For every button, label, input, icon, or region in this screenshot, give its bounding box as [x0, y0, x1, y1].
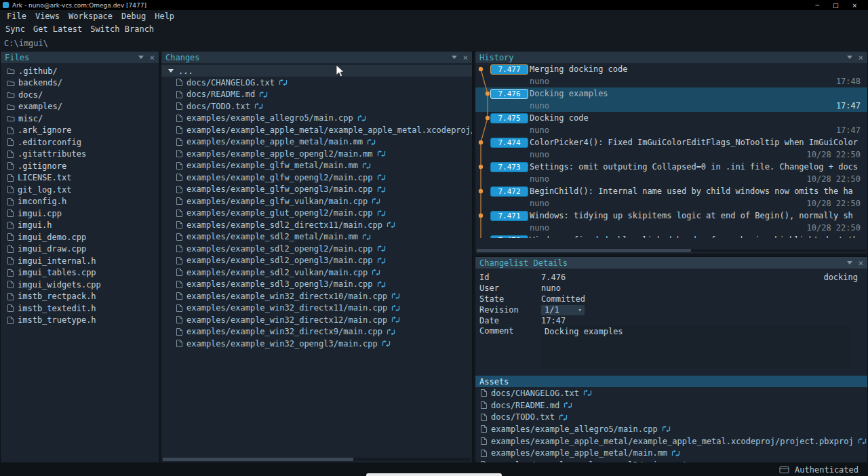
filter-icon[interactable] [452, 56, 457, 59]
changed-file-row[interactable]: docs/TODO.txt [161, 100, 472, 113]
file-name: .gitignore [18, 161, 66, 171]
history-commit-row[interactable]: 7.477 Merging docking code nuno 17:48 [475, 63, 867, 87]
changed-file-row[interactable]: examples/example_win32_directx9/main.cpp [161, 326, 472, 338]
changed-file-row[interactable]: examples/example_sdl3_opengl3/main.cpp [161, 279, 472, 291]
changed-file-row[interactable]: examples/example_apple_metal/main.mm [161, 136, 472, 148]
history-panel-header[interactable]: History × [475, 52, 867, 63]
changed-file-row[interactable]: examples/example_apple_metal/example_app… [161, 124, 472, 136]
history-commit-row[interactable]: 7.470 Windows: fixed double-clicked bord… [475, 234, 867, 238]
asset-file-row[interactable]: examples/example_apple_opengl2/main.mm [475, 459, 867, 462]
menu-item[interactable]: Help [155, 12, 174, 21]
changed-file-row[interactable]: examples/example_allegro5/main.cpp [161, 113, 472, 125]
file-tree-item[interactable]: backends/ [1, 77, 159, 90]
filter-icon[interactable] [847, 56, 852, 59]
files-panel-header[interactable]: Files × [1, 52, 159, 63]
changed-file-row[interactable]: examples/example_sdl2_vulkan/main.cpp [161, 266, 472, 279]
file-tree-item[interactable]: git_log.txt [1, 184, 159, 196]
revision-badge: 7.473 [490, 162, 528, 172]
file-tree-item[interactable]: imgui.h [1, 220, 159, 232]
close-icon[interactable]: × [859, 54, 863, 62]
changed-file-row[interactable]: examples/example_glfw_vulkan/main.cpp [161, 195, 472, 207]
close-icon[interactable]: × [859, 259, 863, 267]
close-button[interactable]: × [852, 2, 857, 9]
changed-file-row[interactable]: examples/example_sdl2_directx11/main.cpp [161, 219, 472, 231]
file-tree-item[interactable]: imgui.cpp [1, 207, 159, 220]
changed-file-row[interactable]: examples/example_win32_directx12/main.cp… [161, 314, 472, 326]
file-tree: .github/ backends/ docs/ [1, 63, 159, 462]
field-label: User [479, 283, 541, 293]
changed-file-row[interactable]: examples/example_sdl2_metal/main.mm [161, 231, 472, 243]
asset-file-row[interactable]: docs/TODO.txt [475, 411, 867, 423]
filter-icon[interactable] [138, 56, 144, 59]
changed-file-row[interactable]: examples/example_win32_directx11/main.cp… [161, 302, 472, 315]
file-tree-item[interactable]: imconfig.h [1, 196, 159, 208]
file-tree-item[interactable]: .gitattributes [1, 148, 159, 161]
menu-item[interactable]: File [7, 12, 26, 21]
changed-file-row[interactable]: examples/example_glfw_metal/main.mm [161, 160, 472, 172]
history-commit-row[interactable]: 7.472 BeginChild(): Internal name used b… [475, 185, 867, 210]
toolbar-button[interactable]: Switch Branch [90, 24, 154, 34]
menu-item[interactable]: Workspace [68, 12, 113, 21]
file-tree-item[interactable]: docs/ [1, 89, 159, 101]
file-tree-item[interactable]: imstb_rectpack.h [1, 291, 159, 303]
asset-file-row[interactable]: examples/example_allegro5/main.cpp [475, 423, 867, 435]
file-tree-item[interactable]: .gitignore [1, 160, 159, 172]
file-tree-item[interactable]: .ark_ignore [1, 125, 159, 137]
file-tree-item[interactable]: imstb_truetype.h [1, 315, 159, 327]
menu-item[interactable]: Debug [121, 12, 146, 21]
commit-time: 17:47 [836, 125, 867, 135]
file-tree-item[interactable]: misc/ [1, 113, 159, 125]
asset-file-row[interactable]: examples/example_apple_metal/example_app… [475, 435, 867, 448]
file-tree-item[interactable]: .editorconfig [1, 136, 159, 148]
menu-item[interactable]: Views [35, 12, 60, 21]
file-icon [176, 138, 183, 146]
history-panel: History × 7.477 Merging docking code nun… [475, 51, 868, 254]
detail-field-row: Date 17:47 [475, 315, 867, 326]
changed-file-row[interactable]: docs/README.md [161, 89, 472, 101]
file-name: .ark_ignore [18, 125, 71, 135]
history-commit-row[interactable]: 7.473 Settings: omit outputing Collapsed… [475, 161, 867, 185]
changed-file-row[interactable]: examples/example_win32_directx10/main.cp… [161, 290, 472, 302]
file-tree-item[interactable]: imgui_demo.cpp [1, 231, 159, 243]
changed-file-row[interactable]: docs/CHANGELOG.txt [161, 77, 472, 89]
assets-section-header[interactable]: Assets [475, 376, 867, 387]
details-panel-header[interactable]: Changelist Details × [475, 257, 867, 269]
filter-icon[interactable] [847, 261, 852, 264]
file-tree-item[interactable]: imgui_tables.cpp [1, 267, 159, 279]
changed-file-row[interactable]: examples/example_apple_opengl2/main.mm [161, 148, 472, 160]
history-commit-row[interactable]: 7.474 ColorPicker4(): Fixed ImGuiColorEd… [475, 136, 867, 161]
asset-file-row[interactable]: docs/README.md [475, 399, 867, 412]
file-icon [7, 185, 14, 194]
history-commit-row[interactable]: 7.471 Windows: tidying up skipitems logi… [475, 210, 867, 234]
asset-file-row[interactable]: docs/CHANGELOG.txt [475, 387, 867, 399]
file-tree-item[interactable]: imstb_textedit.h [1, 302, 159, 315]
close-icon[interactable]: × [150, 54, 155, 62]
toolbar-button[interactable]: Sync [5, 24, 25, 34]
collapse-arrow-icon[interactable] [168, 69, 174, 73]
changed-file-row[interactable]: examples/example_glfw_opengl2/main.cpp [161, 172, 472, 184]
file-tree-item[interactable]: .github/ [1, 65, 159, 77]
maximize-button[interactable]: □ [833, 2, 839, 9]
horizontal-scrollbar[interactable] [163, 458, 471, 461]
scrollbar-thumb[interactable] [163, 458, 353, 461]
toolbar-button[interactable]: Get Latest [33, 24, 82, 34]
file-tree-item[interactable]: imgui_internal.h [1, 255, 159, 267]
horizontal-scrollbar[interactable] [477, 249, 866, 252]
file-tree-item[interactable]: LICENSE.txt [1, 172, 159, 184]
changed-file-row[interactable]: examples/example_sdl2_opengl3/main.cpp [161, 255, 472, 267]
file-tree-item[interactable]: imgui_widgets.cpp [1, 279, 159, 291]
changed-file-row[interactable]: examples/example_glut_opengl2/main.cpp [161, 207, 472, 220]
file-tree-item[interactable]: examples/ [1, 101, 159, 113]
close-icon[interactable]: × [463, 54, 468, 62]
changes-root-row[interactable]: ... [161, 65, 472, 77]
history-commit-row[interactable]: 7.475 Docking code nuno 17:47 [475, 112, 867, 136]
history-commit-row[interactable]: 7.476 Docking examples nuno 17:47 [475, 87, 867, 112]
changed-file-row[interactable]: examples/example_glfw_opengl3/main.cpp [161, 184, 472, 196]
changes-panel-header[interactable]: Changes × [161, 52, 472, 63]
scrollbar-thumb[interactable] [477, 249, 691, 252]
changed-file-row[interactable]: examples/example_sdl2_opengl2/main.cpp [161, 243, 472, 255]
changed-file-row[interactable]: examples/example_win32_opengl3/main.cpp [161, 338, 472, 350]
minimize-button[interactable]: ─ [816, 2, 819, 9]
asset-file-row[interactable]: examples/example_apple_metal/main.mm [475, 447, 867, 459]
file-tree-item[interactable]: imgui_draw.cpp [1, 243, 159, 256]
